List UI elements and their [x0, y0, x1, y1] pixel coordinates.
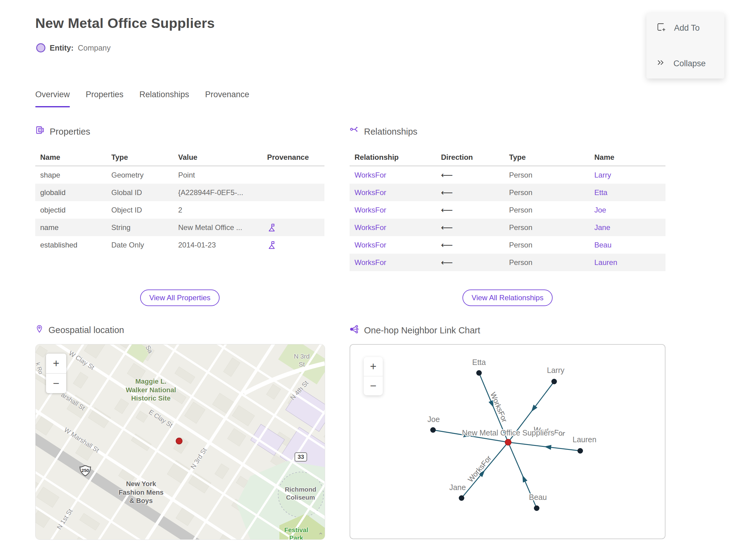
tab-properties[interactable]: Properties — [86, 90, 124, 107]
properties-icon — [35, 126, 45, 137]
property-row: objectidObject ID2 — [35, 201, 324, 219]
properties-heading: Properties — [50, 127, 90, 137]
person-node[interactable] — [577, 448, 583, 454]
properties-section-header: Properties — [35, 126, 90, 137]
property-type: Geometry — [106, 171, 173, 179]
relationship-type: Person — [504, 223, 589, 232]
map-pin-icon — [35, 324, 44, 336]
link-chart-section-header: One-hop Neighbor Link Chart — [350, 324, 480, 336]
tab-provenance[interactable]: Provenance — [205, 90, 249, 107]
property-value: Point — [173, 171, 262, 179]
relationship-link[interactable]: WorksFor — [350, 258, 436, 267]
relationship-direction: ⟵ — [436, 170, 504, 180]
person-node[interactable] — [430, 427, 436, 433]
relationship-name-link[interactable]: Joe — [589, 206, 665, 214]
page-title: New Metal Office Suppliers — [35, 15, 215, 31]
relationships-table: Relationship Direction Type Name WorksFo… — [350, 149, 665, 271]
one-hop-icon — [350, 324, 359, 336]
relationship-direction: ⟵ — [436, 258, 504, 267]
map[interactable]: k RoW Clay StSaarshall StW Marshall StE … — [35, 344, 325, 540]
map-zoom-in-button[interactable]: + — [46, 354, 66, 373]
relationship-name-link[interactable]: Beau — [589, 241, 665, 249]
relationship-direction: ⟵ — [436, 205, 504, 215]
relationship-type: Person — [504, 171, 589, 179]
collapse-button[interactable]: Collapse — [646, 58, 724, 69]
add-to-button[interactable]: Add To — [646, 22, 724, 34]
property-provenance — [262, 240, 324, 250]
relationship-row: WorksFor⟵PersonJane — [350, 219, 665, 236]
add-to-icon — [656, 22, 666, 34]
node-label: Lauren — [573, 435, 596, 444]
person-node[interactable] — [459, 495, 464, 501]
link-chart[interactable]: WorksForWorksForWorksForEttaLarryJoeLaur… — [350, 344, 665, 539]
edge-label: WorksFor — [466, 454, 493, 484]
relationship-row: WorksFor⟵PersonBeau — [350, 236, 665, 254]
relationships-table-header: Relationship Direction Type Name — [350, 149, 665, 166]
attribution-toggle-icon[interactable]: ⌃ — [318, 531, 324, 539]
svg-text:250: 250 — [82, 468, 89, 473]
route-shield: 33 — [294, 452, 307, 462]
geospatial-heading: Geospatial location — [48, 325, 124, 335]
provenance-flag-icon[interactable] — [267, 240, 276, 250]
view-all-properties-button[interactable]: View All Properties — [140, 290, 220, 306]
property-type: Date Only — [106, 241, 173, 249]
person-node[interactable] — [476, 370, 482, 376]
person-node[interactable] — [551, 379, 557, 384]
relationship-type: Person — [504, 188, 589, 197]
properties-table: Name Type Value Provenance shapeGeometry… — [35, 149, 324, 254]
property-row: shapeGeometryPoint — [35, 166, 324, 184]
relationship-name-link[interactable]: Jane — [589, 223, 665, 232]
map-zoom-out-button[interactable]: − — [46, 373, 66, 393]
route-shield: 250 — [79, 465, 92, 478]
property-name: objectid — [35, 206, 106, 214]
tab-bar: Overview Properties Relationships Proven… — [35, 90, 249, 107]
property-type: Global ID — [106, 188, 173, 197]
property-value: 2 — [173, 206, 262, 214]
link-chart-heading: One-hop Neighbor Link Chart — [364, 325, 480, 336]
entity-type-value: Company — [78, 44, 111, 52]
relationship-direction: ⟵ — [436, 240, 504, 250]
collapse-label: Collapse — [673, 59, 706, 68]
edge-arrowhead — [531, 405, 537, 412]
relationships-table-body: WorksFor⟵PersonLarryWorksFor⟵PersonEttaW… — [350, 166, 665, 271]
relationship-link[interactable]: WorksFor — [350, 171, 436, 179]
tab-relationships[interactable]: Relationships — [140, 90, 189, 107]
property-name: name — [35, 223, 106, 232]
relationship-row: WorksFor⟵PersonLarry — [350, 166, 665, 184]
chart-zoom-in-button[interactable]: + — [364, 357, 383, 376]
property-row: globalidGlobal ID{A228944F-0EF5-... — [35, 184, 324, 201]
relationship-link[interactable]: WorksFor — [350, 241, 436, 249]
relationship-link[interactable]: WorksFor — [350, 206, 436, 214]
relationship-name-link[interactable]: Etta — [589, 188, 665, 197]
entity-location-marker[interactable] — [176, 438, 182, 444]
properties-table-header: Name Type Value Provenance — [35, 149, 324, 166]
map-zoom-control: + − — [46, 354, 66, 393]
node-label: Jane — [449, 483, 466, 492]
entity-node[interactable] — [505, 439, 511, 445]
relationship-name-link[interactable]: Lauren — [589, 258, 665, 267]
person-node[interactable] — [534, 505, 539, 511]
provenance-flag-icon[interactable] — [267, 223, 276, 232]
property-value: New Metal Office ... — [173, 223, 262, 232]
relationship-link[interactable]: WorksFor — [350, 188, 436, 197]
property-type: Object ID — [106, 206, 173, 214]
relationship-row: WorksFor⟵PersonJoe — [350, 201, 665, 219]
relationship-row: WorksFor⟵PersonLauren — [350, 254, 665, 271]
edge-label: WorksFor — [489, 391, 509, 424]
center-node-label: New Metal Office Suppliers — [462, 428, 554, 437]
entity-badge: Entity: Company — [36, 43, 111, 52]
view-all-relationships-button[interactable]: View All Relationships — [462, 290, 553, 306]
property-name: established — [35, 241, 106, 249]
relationship-link[interactable]: WorksFor — [350, 223, 436, 232]
relationship-type: Person — [504, 206, 589, 214]
edge-arrowhead — [544, 445, 551, 450]
chart-zoom-out-button[interactable]: − — [364, 376, 383, 395]
action-panel: Add To Collapse — [646, 13, 724, 79]
relationship-type: Person — [504, 258, 589, 267]
property-row: nameStringNew Metal Office ... — [35, 219, 324, 236]
relationship-name-link[interactable]: Larry — [589, 171, 665, 179]
tab-overview[interactable]: Overview — [35, 90, 70, 107]
property-name: shape — [35, 171, 106, 179]
node-label: Joe — [427, 415, 440, 424]
node-label: Beau — [529, 493, 547, 501]
